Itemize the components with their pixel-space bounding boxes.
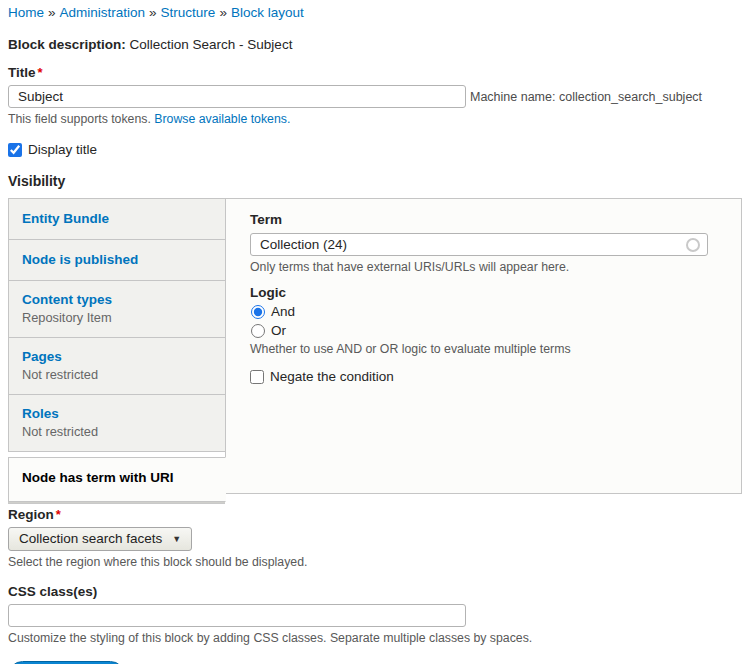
- autocomplete-status-icon: [686, 238, 700, 252]
- breadcrumb-link-administration[interactable]: Administration: [60, 5, 146, 20]
- block-description-label: Block description:: [8, 37, 126, 52]
- tab-content-types-summary: Repository Item: [22, 310, 212, 325]
- title-label: Title: [8, 65, 36, 80]
- term-autocomplete-input[interactable]: [250, 233, 708, 256]
- tab-content-types-label: Content types: [22, 292, 212, 307]
- tab-entity-bundle[interactable]: Entity Bundle: [8, 198, 225, 240]
- tab-node-is-published-label: Node is published: [22, 252, 212, 267]
- title-description: This field supports tokens.: [8, 112, 151, 126]
- block-description-value: Collection Search - Subject: [130, 37, 293, 52]
- required-marker: *: [56, 507, 61, 522]
- css-classes-input[interactable]: [8, 604, 466, 627]
- tab-roles-summary: Not restricted: [22, 424, 212, 439]
- display-title-checkbox[interactable]: [8, 143, 22, 157]
- logic-description: Whether to use AND or OR logic to evalua…: [250, 342, 717, 356]
- tab-roles-label: Roles: [22, 406, 212, 421]
- block-description: Block description: Collection Search - S…: [8, 37, 737, 52]
- browse-tokens-link[interactable]: Browse available tokens.: [154, 112, 290, 126]
- vertical-tabs-menu: Entity Bundle Node is published Content …: [8, 198, 225, 494]
- display-title-label: Display title: [28, 142, 97, 157]
- logic-and-label: And: [271, 304, 295, 319]
- visibility-heading: Visibility: [8, 173, 737, 189]
- title-input[interactable]: [8, 85, 466, 108]
- display-title-row: Display title: [8, 142, 737, 157]
- logic-or-radio[interactable]: [251, 324, 265, 338]
- logic-and-radio[interactable]: [251, 305, 265, 319]
- region-select-value: Collection search facets: [19, 531, 162, 546]
- region-label: Region: [8, 507, 54, 522]
- tab-node-has-term-with-uri-label: Node has term with URI: [22, 470, 212, 485]
- term-label: Term: [250, 212, 717, 227]
- title-field-group: Title* Machine name: collection_search_s…: [8, 65, 737, 126]
- tab-pages[interactable]: Pages Not restricted: [8, 338, 225, 395]
- logic-label: Logic: [250, 285, 717, 300]
- breadcrumb: Home»Administration»Structure»Block layo…: [8, 4, 737, 20]
- logic-group: Logic And Or Whether to use AND or OR lo…: [250, 285, 717, 356]
- visibility-vertical-tabs: Entity Bundle Node is published Content …: [8, 198, 742, 494]
- breadcrumb-link-home[interactable]: Home: [8, 5, 44, 20]
- tab-pages-label: Pages: [22, 349, 212, 364]
- logic-and-row: And: [250, 304, 717, 319]
- vertical-tabs-filler: [8, 502, 225, 504]
- required-marker: *: [38, 65, 43, 80]
- tab-entity-bundle-label: Entity Bundle: [22, 211, 212, 226]
- breadcrumb-separator: »: [219, 5, 227, 20]
- negate-condition-checkbox[interactable]: [250, 370, 264, 384]
- negate-condition-row: Negate the condition: [250, 369, 717, 384]
- breadcrumb-link-block-layout[interactable]: Block layout: [231, 5, 304, 20]
- breadcrumb-separator: »: [48, 5, 56, 20]
- tab-pages-summary: Not restricted: [22, 367, 212, 382]
- css-classes-description: Customize the styling of this block by a…: [8, 631, 737, 645]
- region-field-group: Region* Collection search facets ▼ Selec…: [8, 507, 737, 569]
- chevron-down-icon: ▼: [172, 534, 181, 544]
- tab-node-has-term-with-uri[interactable]: Node has term with URI: [8, 457, 226, 502]
- breadcrumb-link-structure[interactable]: Structure: [161, 5, 216, 20]
- region-description: Select the region where this block shoul…: [8, 555, 737, 569]
- tab-roles[interactable]: Roles Not restricted: [8, 395, 225, 452]
- breadcrumb-separator: »: [149, 5, 157, 20]
- node-has-term-with-uri-pane: Term Only terms that have external URIs/…: [225, 198, 742, 494]
- term-description: Only terms that have external URIs/URLs …: [250, 260, 717, 274]
- tab-content-types[interactable]: Content types Repository Item: [8, 281, 225, 338]
- machine-name: Machine name: collection_search_subject: [470, 90, 702, 104]
- tab-node-is-published[interactable]: Node is published: [8, 240, 225, 281]
- css-classes-field-group: CSS class(es) Customize the styling of t…: [8, 584, 737, 645]
- block-configure-page: Home»Administration»Structure»Block layo…: [0, 0, 745, 664]
- logic-or-label: Or: [271, 323, 286, 338]
- region-select[interactable]: Collection search facets ▼: [8, 527, 192, 551]
- negate-condition-label: Negate the condition: [270, 369, 394, 384]
- logic-or-row: Or: [250, 323, 717, 338]
- css-classes-label: CSS class(es): [8, 584, 737, 599]
